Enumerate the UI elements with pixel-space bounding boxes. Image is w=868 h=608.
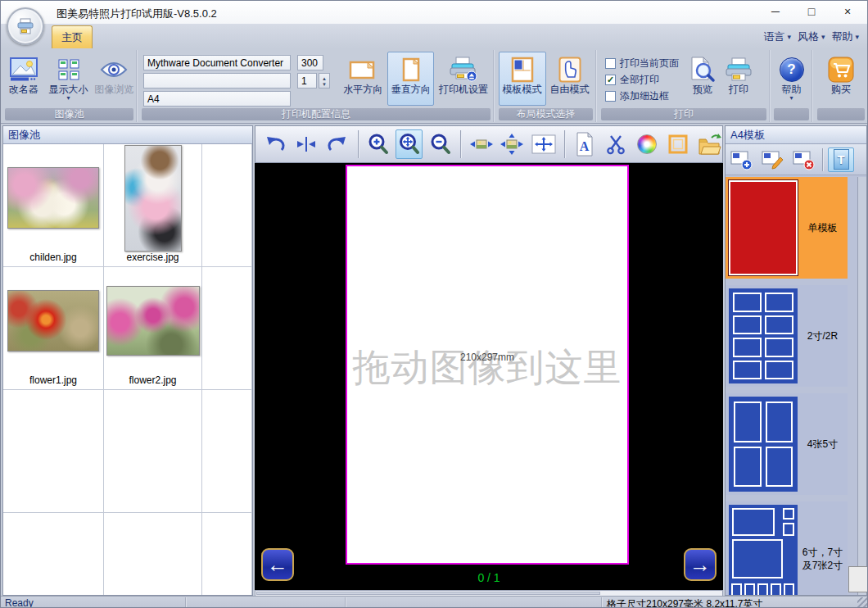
- scrollbar-thumb[interactable]: [256, 592, 600, 595]
- template-preview: [729, 180, 798, 275]
- checkbox-print-current[interactable]: ✓ 打印当前页面: [605, 57, 679, 70]
- thumbnail-childen[interactable]: [7, 167, 99, 229]
- template-mode-button[interactable]: 模板模式: [499, 52, 546, 106]
- zoom-out-icon: [429, 133, 452, 156]
- help-icon: ?: [780, 57, 804, 82]
- ribbon: 改名器 显示大小 ▾: [1, 48, 868, 124]
- a4-page[interactable]: 拖动图像到这里 210x297mm: [346, 165, 629, 565]
- stretch-both-button[interactable]: [499, 129, 526, 159]
- move-button[interactable]: [530, 129, 558, 159]
- landscape-page-icon: [349, 55, 377, 84]
- edit-template-icon: [762, 149, 784, 170]
- image-cell[interactable]: childen.jpg: [3, 144, 104, 267]
- horizontal-orientation-button[interactable]: 水平方向: [338, 52, 387, 106]
- status-divider: [185, 597, 186, 608]
- printer-settings-icon: [449, 55, 478, 84]
- title-bar: 图美易特照片打印试用版-V8.5.0.2 ─ □ ×: [1, 1, 867, 24]
- display-size-button[interactable]: 显示大小 ▾: [45, 52, 93, 106]
- thumbnail-flower1[interactable]: [7, 290, 99, 352]
- center-arrows-icon: [296, 134, 317, 155]
- zoom-out-button[interactable]: [427, 129, 454, 159]
- spin-up-icon: ▴: [323, 75, 326, 81]
- zoom-in-icon: [367, 133, 390, 156]
- chevron-down-icon: ▾: [787, 33, 791, 41]
- rotate-right-button[interactable]: [324, 129, 351, 159]
- template-toolbar: T: [726, 144, 866, 175]
- print-button[interactable]: 打印: [721, 52, 756, 106]
- copies-stepper[interactable]: ▴ ▾: [319, 73, 330, 88]
- copies-input[interactable]: 1: [297, 73, 317, 88]
- free-mode-button[interactable]: 自由模式: [546, 52, 594, 106]
- frame-button[interactable]: [664, 129, 691, 159]
- toolbar-separator: [564, 130, 565, 158]
- chevron-down-icon: ▾: [821, 33, 825, 41]
- checkbox-thin-border[interactable]: ✓ 添加细边框: [605, 89, 679, 103]
- color-adjust-button[interactable]: [634, 129, 661, 159]
- delete-template-button[interactable]: [791, 147, 817, 172]
- edit-template-button[interactable]: [760, 147, 786, 172]
- show-template-text-button[interactable]: T: [828, 147, 854, 172]
- template-panel: A4模板: [725, 125, 867, 596]
- menu-language[interactable]: 语言▾: [760, 29, 794, 44]
- empty-cell: [3, 390, 104, 513]
- paper-size-select[interactable]: A4: [143, 91, 291, 107]
- add-template-button[interactable]: [729, 147, 755, 172]
- template-item-mixed[interactable]: 6寸，7寸 及7张2寸: [726, 501, 848, 595]
- scissors-icon: [605, 134, 626, 155]
- resize-grip[interactable]: [857, 597, 868, 608]
- template-item-4x5inch[interactable]: 4张5寸: [726, 393, 848, 495]
- stretch-horizontal-icon: [469, 134, 494, 154]
- menu-help[interactable]: 帮助▾: [828, 29, 862, 44]
- status-grid-size: 格子尺寸210x297毫米 8.2x11.7英寸: [607, 597, 763, 608]
- image-browse-button: 图像浏览: [92, 52, 136, 106]
- checkbox-print-all[interactable]: ✓ 全部打印: [605, 73, 679, 87]
- spooler-select[interactable]: [143, 73, 291, 88]
- clipped-popup: [848, 566, 868, 592]
- app-menu-button[interactable]: [7, 7, 44, 45]
- buy-button[interactable]: 购买: [820, 52, 862, 106]
- template-item-2r[interactable]: 2寸/2R: [726, 285, 848, 387]
- thumbnail-flower2[interactable]: [106, 286, 200, 356]
- zoom-fit-button[interactable]: [396, 129, 423, 159]
- status-ready: Ready: [5, 597, 34, 608]
- zoom-fit-icon: [398, 133, 421, 156]
- printer-icon: [725, 55, 753, 84]
- crop-button[interactable]: [603, 129, 630, 159]
- open-folder-icon: [697, 133, 721, 156]
- image-cell[interactable]: flower2.jpg: [104, 267, 202, 390]
- printer-select[interactable]: Mythware Document Converter: [143, 55, 291, 70]
- template-preview: [729, 288, 798, 383]
- template-label: 单模板: [798, 177, 848, 279]
- image-cell[interactable]: flower1.jpg: [3, 267, 104, 390]
- empty-cell: [104, 390, 202, 513]
- template-item-single[interactable]: 单模板: [726, 177, 848, 279]
- template-mode-icon: [511, 55, 534, 84]
- thumbnail-exercise[interactable]: [124, 145, 182, 252]
- page-size-label: 210x297mm: [460, 352, 514, 363]
- group-bar-buy: [817, 108, 865, 120]
- text-tool-button[interactable]: A: [572, 129, 599, 159]
- rotate-left-button[interactable]: [262, 129, 289, 159]
- open-file-button[interactable]: [695, 129, 722, 159]
- maximize-button[interactable]: □: [793, 1, 830, 22]
- template-panel-header: A4模板: [726, 126, 866, 144]
- minimize-button[interactable]: ─: [757, 1, 793, 22]
- center-align-button[interactable]: [293, 129, 320, 159]
- printer-icon: [16, 18, 35, 34]
- tab-home[interactable]: 主页: [52, 25, 93, 48]
- group-label-printer-config: 打印机配置信息: [142, 108, 491, 120]
- vertical-orientation-button[interactable]: 垂直方向: [387, 52, 434, 106]
- menu-style[interactable]: 风格▾: [794, 29, 829, 44]
- zoom-in-button[interactable]: [365, 129, 392, 159]
- image-cell[interactable]: exercise.jpg: [104, 144, 202, 267]
- layout-canvas[interactable]: 拖动图像到这里 210x297mm ← → 0 / 1: [255, 163, 723, 590]
- resolution-input[interactable]: 300: [297, 55, 323, 70]
- toolbar-separator: [822, 148, 823, 171]
- rename-tool-button[interactable]: 改名器: [2, 52, 45, 106]
- preview-button[interactable]: 预览: [684, 52, 721, 106]
- help-button[interactable]: ? 帮助 ▾: [773, 52, 811, 106]
- close-button[interactable]: ×: [830, 1, 866, 22]
- group-label-print: 打印: [601, 108, 766, 120]
- stretch-horizontal-button[interactable]: [468, 129, 495, 159]
- printer-setup-button[interactable]: 打印机设置: [434, 52, 493, 106]
